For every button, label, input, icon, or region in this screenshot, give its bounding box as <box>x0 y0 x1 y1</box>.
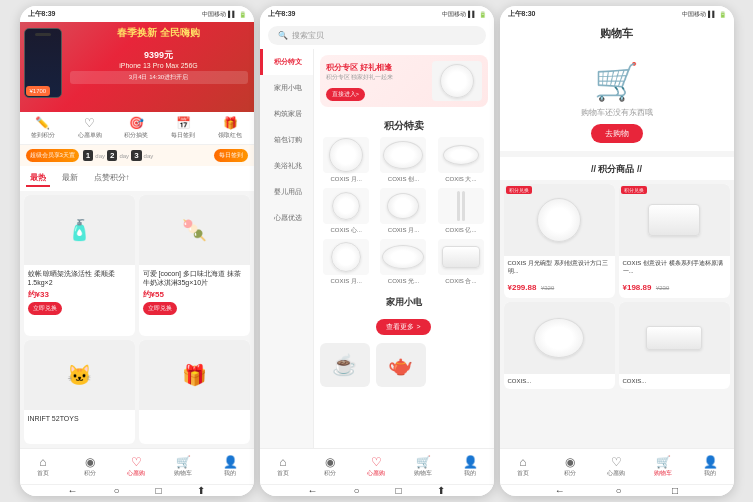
home-btn[interactable]: ○ <box>113 485 119 496</box>
sidebar-item-2[interactable]: 构筑家居 <box>260 101 313 127</box>
bnav-home-1[interactable]: ⌂ 首页 <box>20 455 67 478</box>
status-time-3: 上午8:30 <box>508 9 536 19</box>
promo-enter-btn[interactable]: 直接进入> <box>326 88 366 101</box>
go-shop-btn[interactable]: 去购物 <box>591 124 643 143</box>
plate-0 <box>329 138 363 172</box>
item-img-4 <box>380 188 426 224</box>
nav-tab-signin[interactable]: ✏️ 签到积分 <box>20 112 67 144</box>
tab-hot[interactable]: 最热 <box>26 170 50 187</box>
recent-btn-2[interactable]: □ <box>395 485 401 496</box>
item-8[interactable]: COXIS 合... <box>434 239 487 286</box>
signal-2: 中国移动 ▌▌ <box>442 10 476 19</box>
bnav-wishbuy-2[interactable]: ♡ 心愿购 <box>353 455 400 478</box>
search-icon: 🔍 <box>278 31 288 40</box>
tab-new[interactable]: 最新 <box>58 170 82 187</box>
share-btn[interactable]: ⬆ <box>197 485 205 496</box>
home-btn-3[interactable]: ○ <box>615 485 621 496</box>
share-btn-2[interactable]: ⬆ <box>437 485 445 496</box>
cart-icon-2: 🛒 <box>416 455 431 469</box>
bnav-points-1[interactable]: ◉ 积分 <box>66 455 113 478</box>
sidebar-item-0[interactable]: 积分特文 <box>260 49 313 75</box>
nav-tab-wishlist[interactable]: ♡ 心愿单购 <box>66 112 113 144</box>
p3-old-price-1: ¥239 <box>656 285 669 291</box>
item-0[interactable]: COXIS 月... <box>320 137 373 184</box>
product-info-1: 可爱 [cocon] 多口味北海道 抹茶 牛奶冰淇淋35g×10片 约¥55 立… <box>139 265 250 319</box>
points-section-title: // 积分商品 // <box>500 151 734 180</box>
product-btn-0[interactable]: 立即兑换 <box>28 302 62 315</box>
bnav-wishbuy-3[interactable]: ♡ 心愿购 <box>593 455 640 478</box>
tab-points[interactable]: 点赞积分↑ <box>90 170 134 187</box>
nav-tab-coupon[interactable]: 🎁 领取红包 <box>207 112 254 144</box>
sidebar-item-4[interactable]: 美浴礼兆 <box>260 153 313 179</box>
p3-card-img-2 <box>504 302 615 374</box>
coupon-icon: 🎁 <box>223 116 238 130</box>
bnav-profile-1[interactable]: 👤 我的 <box>207 455 254 478</box>
bnav-points-3[interactable]: ◉ 积分 <box>546 455 593 478</box>
item-name-1: COXIS 创... <box>388 175 419 184</box>
item-name-5: COXIS 亿... <box>445 226 476 235</box>
home-btn-2[interactable]: ○ <box>353 485 359 496</box>
wishbuy-icon-2: ♡ <box>371 455 382 469</box>
item-7[interactable]: COXIS 光... <box>377 239 430 286</box>
bnav-home-3[interactable]: ⌂ 首页 <box>500 455 547 478</box>
promo-banner-1: ¥1700 春季换新 全民嗨购 9399元 iPhone 13 Pro Max … <box>20 22 254 112</box>
appliance-row: ☕ 🫖 <box>314 343 494 393</box>
back-btn-2[interactable]: ← <box>307 485 317 496</box>
signin-icon: ✏️ <box>35 116 50 130</box>
p3-price-0: ¥299.88 <box>508 283 537 292</box>
discount-badge: ¥1700 <box>26 86 51 96</box>
cart-empty-state: 🛒 购物车还没有东西哦 去购物 <box>500 45 734 151</box>
item-4[interactable]: COXIS 月... <box>377 188 430 235</box>
see-more-btn[interactable]: 查看更多 > <box>376 319 430 335</box>
item-img-5 <box>438 188 484 224</box>
search-bar: 🔍 搜索宝贝 <box>260 22 494 49</box>
back-btn-3[interactable]: ← <box>555 485 565 496</box>
appliance-img-2: 🫖 <box>376 343 426 387</box>
bnav-home-2[interactable]: ⌂ 首页 <box>260 455 307 478</box>
item-6[interactable]: COXIS 月... <box>320 239 373 286</box>
bnav-cart-1[interactable]: 🛒 购物车 <box>160 455 207 478</box>
bnav-points-2[interactable]: ◉ 积分 <box>306 455 353 478</box>
product-name-2: INRIFT 52TOYS <box>28 414 131 423</box>
p3-plate-2 <box>534 318 584 358</box>
bnav-profile-2[interactable]: 👤 我的 <box>447 455 494 478</box>
daily-badge[interactable]: 每日签到 <box>214 149 248 162</box>
sidebar-item-6[interactable]: 心愿优选 <box>260 205 313 231</box>
sidebar-item-3[interactable]: 箱包订购 <box>260 127 313 153</box>
p3-card-2[interactable]: COXIS... <box>504 302 615 390</box>
item-5[interactable]: COXIS 亿... <box>434 188 487 235</box>
nav-tab-daily[interactable]: 📅 每日签到 <box>160 112 207 144</box>
sidebar-item-1[interactable]: 家用小电 <box>260 75 313 101</box>
cart-icon-3: 🛒 <box>656 455 671 469</box>
bnav-cart-3[interactable]: 🛒 购物车 <box>640 455 687 478</box>
search-input[interactable]: 🔍 搜索宝贝 <box>268 26 486 45</box>
bnav-profile-3[interactable]: 👤 我的 <box>687 455 734 478</box>
bnav-wishbuy-1[interactable]: ♡ 心愿购 <box>113 455 160 478</box>
status-time-1: 上午8:39 <box>28 9 56 19</box>
p3-price-1: ¥198.89 <box>623 283 652 292</box>
nav-tab-lottery[interactable]: 🎯 积分抽奖 <box>113 112 160 144</box>
countdown-nums: 1 day 2 day 3 day <box>83 150 153 161</box>
item-img-8 <box>438 239 484 275</box>
phone-3: 上午8:30 中国移动 ▌▌ 🔋 购物车 🛒 购物车还没有东西哦 去购物 // … <box>500 6 734 496</box>
product-btn-1[interactable]: 立即兑换 <box>143 302 177 315</box>
product-img-0: 🧴 <box>24 195 135 265</box>
item-1[interactable]: COXIS 创... <box>377 137 430 184</box>
recent-btn[interactable]: □ <box>155 485 161 496</box>
section2-title: 家用小电 <box>314 292 494 311</box>
p3-card-1[interactable]: 积分兑换 COXIS 创意设计 横条系列手迪杯原满一... ¥198.89 ¥2… <box>619 184 730 298</box>
item-3[interactable]: COXIS 心... <box>320 188 373 235</box>
see-more-wrap: 查看更多 > <box>314 311 494 343</box>
bnav-cart-2[interactable]: 🛒 购物车 <box>400 455 447 478</box>
plate-icon <box>440 64 474 98</box>
item-img-6 <box>323 239 369 275</box>
phone-1: 上午8:39 中国移动 ▌▌ 🔋 ¥1700 春季换新 全民嗨购 9399元 i… <box>20 6 254 496</box>
recent-btn-3[interactable]: □ <box>672 485 678 496</box>
plate-2 <box>443 145 479 165</box>
p3-card-3[interactable]: COXIS... <box>619 302 730 390</box>
p3-card-info-2: COXIS... <box>504 374 615 390</box>
back-btn[interactable]: ← <box>67 485 77 496</box>
p3-card-0[interactable]: 积分兑换 COXIS 月光碗型 系列创意设计方口三明... ¥299.88 ¥3… <box>504 184 615 298</box>
item-2[interactable]: COXIS 大... <box>434 137 487 184</box>
sidebar-item-5[interactable]: 婴儿用品 <box>260 179 313 205</box>
